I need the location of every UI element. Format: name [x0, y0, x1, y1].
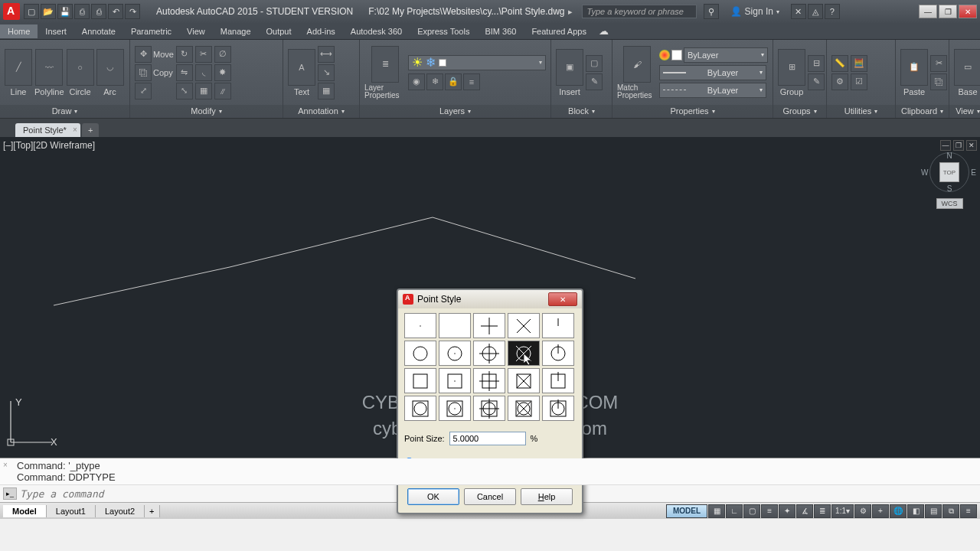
panel-properties-label[interactable]: Properties: [612, 105, 773, 118]
panel-draw-label[interactable]: Draw: [0, 105, 129, 118]
status-scale[interactable]: 1:1 ▾: [831, 504, 854, 518]
dialog-close-button[interactable]: ✕: [548, 292, 577, 306]
qat-plot-icon[interactable]: ⎙: [91, 4, 106, 19]
panel-modify-label[interactable]: Modify: [130, 105, 283, 118]
qselect-button[interactable]: ⚙: [831, 73, 848, 90]
color-dropdown[interactable]: ByLayer▾: [684, 47, 768, 63]
offset-button[interactable]: ⫽: [214, 83, 231, 99]
panel-block-label[interactable]: Block: [551, 105, 612, 118]
point-style-option-10[interactable]: [404, 368, 436, 393]
tab-annotate[interactable]: Annotate: [74, 24, 123, 38]
panel-view-label[interactable]: View: [949, 105, 980, 118]
point-style-option-18[interactable]: [508, 396, 540, 421]
minimize-button[interactable]: —: [919, 5, 937, 18]
qat-new-icon[interactable]: ▢: [24, 4, 39, 19]
point-style-option-14[interactable]: [542, 368, 574, 393]
layer-match-button[interactable]: ≡: [463, 73, 480, 90]
viewcube[interactable]: N S E W TOP WCS: [929, 151, 969, 209]
qat-open-icon[interactable]: 📂: [41, 4, 56, 19]
point-style-option-5[interactable]: [404, 341, 436, 366]
close-tab-icon[interactable]: ×: [73, 126, 77, 134]
file-tab-1[interactable]: Point Style*×: [15, 123, 80, 137]
viewport-close-icon[interactable]: ✕: [966, 140, 977, 151]
layout-tab-add[interactable]: +: [145, 505, 159, 517]
help-search-input[interactable]: Type a keyword or phrase: [582, 5, 697, 18]
point-style-option-17[interactable]: [473, 396, 505, 421]
panel-layers-label[interactable]: Layers: [360, 105, 550, 118]
rotate-button[interactable]: ↻: [176, 46, 193, 63]
panel-annotation-label[interactable]: Annotation: [283, 105, 359, 118]
status-lwt-icon[interactable]: ≣: [814, 504, 831, 518]
point-style-option-1[interactable]: [439, 313, 471, 338]
search-icon[interactable]: ⚲: [704, 4, 719, 19]
tab-featured[interactable]: Featured Apps: [524, 24, 594, 38]
point-style-option-9[interactable]: [542, 341, 574, 366]
point-style-option-0[interactable]: [404, 313, 436, 338]
arc-button[interactable]: ◡: [96, 49, 124, 86]
point-style-option-16[interactable]: [439, 396, 471, 421]
tab-home[interactable]: Home: [0, 24, 38, 38]
viewcube-e[interactable]: E: [971, 168, 976, 177]
layout-tab-model[interactable]: Model: [3, 505, 47, 517]
panel-utilities-label[interactable]: Utilities: [827, 105, 895, 118]
qat-save-icon[interactable]: 💾: [57, 4, 73, 19]
dialog-titlebar[interactable]: Point Style ✕: [398, 290, 582, 308]
calc-button[interactable]: 🧮: [851, 55, 867, 72]
help-button[interactable]: Help: [521, 488, 573, 505]
viewcube-s[interactable]: S: [947, 184, 952, 193]
tab-view[interactable]: View: [179, 24, 213, 38]
point-style-option-13[interactable]: [508, 368, 540, 393]
insert-button[interactable]: ▣: [556, 49, 583, 86]
match-props-button[interactable]: 🖌: [623, 46, 651, 83]
exchange-icon[interactable]: ✕: [791, 4, 806, 19]
point-style-option-6[interactable]: [439, 341, 471, 366]
tab-insert[interactable]: Insert: [38, 24, 74, 38]
point-style-option-11[interactable]: [439, 368, 471, 393]
cmd-close-icon[interactable]: ×: [3, 461, 8, 469]
help-icon[interactable]: ?: [825, 4, 840, 19]
app-menu-icon[interactable]: [3, 3, 20, 20]
trim-button[interactable]: ✂: [195, 46, 212, 63]
ungroup-button[interactable]: ⊟: [808, 55, 825, 72]
scale-button[interactable]: ⤡: [176, 83, 193, 99]
layer-freeze-button[interactable]: ❄: [426, 73, 443, 90]
stretch-button[interactable]: ⤢: [135, 83, 152, 99]
selectall-button[interactable]: ☑: [851, 73, 867, 90]
qat-saveas-icon[interactable]: ⎙: [74, 4, 90, 19]
circle-button[interactable]: ○: [67, 49, 94, 86]
status-snap-icon[interactable]: ∟: [726, 504, 743, 518]
cmd-handle-icon[interactable]: ▸_: [3, 487, 17, 500]
copy-button[interactable]: ⿻: [135, 64, 152, 81]
maximize-button[interactable]: ❐: [939, 5, 957, 18]
viewport-minimize-icon[interactable]: —: [940, 140, 951, 151]
viewport-label[interactable]: [–][Top][2D Wireframe]: [3, 140, 95, 151]
polyline-button[interactable]: 〰: [35, 49, 63, 86]
mirror-button[interactable]: ⇋: [176, 64, 193, 81]
viewport-maximize-icon[interactable]: ❐: [953, 140, 964, 151]
array-button[interactable]: ▦: [195, 83, 212, 99]
status-custom-icon[interactable]: ≡: [960, 504, 977, 518]
cloud-icon[interactable]: ☁: [599, 25, 609, 37]
base-view-button[interactable]: ▭: [954, 49, 980, 86]
qat-redo-icon[interactable]: ↷: [125, 4, 140, 19]
point-style-option-15[interactable]: [404, 396, 436, 421]
group-edit-button[interactable]: ✎: [808, 73, 825, 90]
viewcube-w[interactable]: W: [921, 168, 928, 177]
status-polar-icon[interactable]: ≡: [761, 504, 778, 518]
status-ann-icon[interactable]: ▤: [925, 504, 942, 518]
status-plus-icon[interactable]: +: [872, 504, 889, 518]
point-style-option-8[interactable]: [508, 341, 540, 366]
close-button[interactable]: ✕: [959, 5, 977, 18]
table-button[interactable]: ▦: [318, 83, 335, 99]
tab-addins[interactable]: Add-ins: [299, 24, 343, 38]
tab-parametric[interactable]: Parametric: [123, 24, 179, 38]
viewcube-top[interactable]: TOP: [939, 162, 959, 182]
viewcube-n[interactable]: N: [946, 152, 952, 160]
erase-button[interactable]: ∅: [214, 46, 231, 63]
fillet-button[interactable]: ◟: [195, 64, 212, 81]
layer-dropdown[interactable]: ☀❄▾: [408, 55, 546, 70]
layer-off-button[interactable]: ◉: [408, 73, 425, 90]
wcs-label[interactable]: WCS: [936, 198, 963, 209]
tab-manage[interactable]: Manage: [213, 24, 259, 38]
panel-clipboard-label[interactable]: Clipboard: [896, 105, 949, 118]
